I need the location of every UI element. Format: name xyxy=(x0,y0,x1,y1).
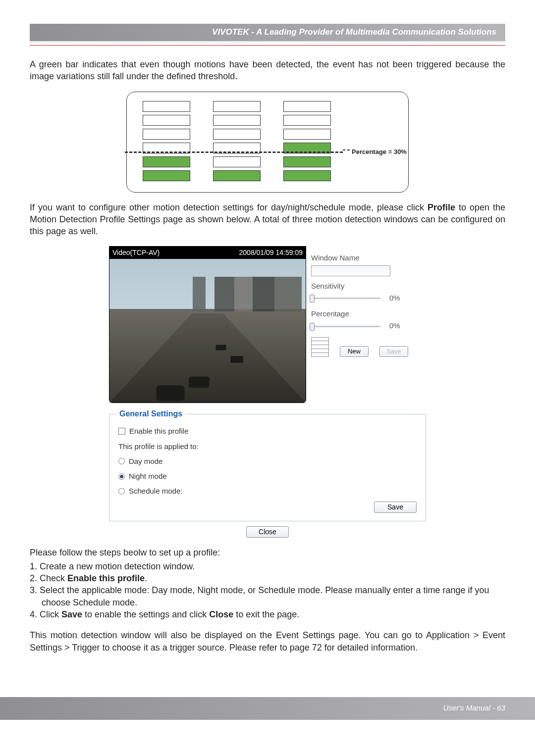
profile-paragraph: If you want to configure other motion de… xyxy=(30,202,505,238)
schedule-mode-label: Schedule mode: xyxy=(129,486,182,496)
closing-paragraph: This motion detection window will also b… xyxy=(30,629,505,654)
general-settings-legend: General Settings xyxy=(116,408,185,419)
video-preview: Video(TCP-AV) 2008/01/09 14:59:09 xyxy=(109,246,306,403)
save-keyword: Save xyxy=(61,609,82,619)
bar-column-2 xyxy=(213,101,261,184)
text: 2. Check xyxy=(30,573,67,583)
percentage-label: Percentage xyxy=(311,309,426,319)
applied-to-label: This profile is applied to: xyxy=(118,442,199,452)
steps-intro: Please follow the steps beolw to set up … xyxy=(30,547,505,558)
video-timestamp: 2008/01/09 14:59:09 xyxy=(239,248,303,257)
close-keyword: Close xyxy=(209,609,233,619)
step-1: 1. Create a new motion detection window. xyxy=(30,560,505,572)
text: to enable the settings and click xyxy=(82,609,209,619)
schedule-mode-radio[interactable] xyxy=(118,488,125,495)
enable-profile-checkbox[interactable] xyxy=(118,428,125,435)
threshold-label: Percentage = 30% xyxy=(352,148,407,156)
step-4: 4. Click Save to enable the settings and… xyxy=(30,608,505,620)
bar-column-1 xyxy=(143,101,190,184)
sensitivity-value: 0% xyxy=(389,293,400,303)
save-motion-button[interactable]: Save xyxy=(379,346,408,357)
sensitivity-label: Sensitivity xyxy=(311,281,426,291)
bar-column-3 xyxy=(283,101,331,184)
percentage-value: 0% xyxy=(389,321,400,331)
profile-settings-figure: Video(TCP-AV) 2008/01/09 14:59:09 Window… xyxy=(109,246,426,537)
threshold-leader xyxy=(343,150,350,151)
enable-profile-label: Enable this profile xyxy=(129,426,188,436)
text: to exit the page. xyxy=(233,609,299,619)
threshold-line xyxy=(125,151,343,153)
text: If you want to configure other motion de… xyxy=(30,202,428,212)
intro-paragraph: A green bar indicates that even though m… xyxy=(30,58,505,83)
window-name-input[interactable] xyxy=(311,265,390,276)
window-name-label: Window Name xyxy=(311,253,426,263)
level-indicator xyxy=(311,337,329,357)
day-mode-label: Day mode xyxy=(129,456,162,466)
new-button[interactable]: New xyxy=(340,346,369,357)
doc-header: VIVOTEK - A Leading Provider of Multimed… xyxy=(30,24,505,43)
text: . xyxy=(145,573,147,583)
text: 4. Click xyxy=(30,609,61,619)
save-profile-button[interactable]: Save xyxy=(374,502,417,513)
percentage-slider[interactable] xyxy=(311,322,380,331)
step-3: 3. Select the applicable mode: Day mode,… xyxy=(30,584,505,608)
night-mode-label: Night mode xyxy=(129,471,167,481)
threshold-diagram: Percentage = 30% xyxy=(126,92,409,193)
header-rule xyxy=(30,45,505,46)
profile-keyword: Profile xyxy=(428,202,455,212)
steps-list: 1. Create a new motion detection window.… xyxy=(30,560,505,620)
enable-keyword: Enable this profile xyxy=(67,573,145,583)
sensitivity-slider[interactable] xyxy=(311,294,380,302)
step-2: 2. Check Enable this profile. xyxy=(30,572,505,584)
day-mode-radio[interactable] xyxy=(118,458,125,464)
page-footer: User's Manual - 63 xyxy=(0,697,535,720)
close-button[interactable]: Close xyxy=(246,526,289,538)
night-mode-radio[interactable] xyxy=(118,473,125,480)
motion-settings-panel: Window Name Sensitivity 0% Percentage 0% xyxy=(311,246,426,403)
video-title: Video(TCP-AV) xyxy=(112,248,160,257)
general-settings-box: General Settings Enable this profile Thi… xyxy=(109,414,426,521)
video-frame xyxy=(109,259,306,403)
